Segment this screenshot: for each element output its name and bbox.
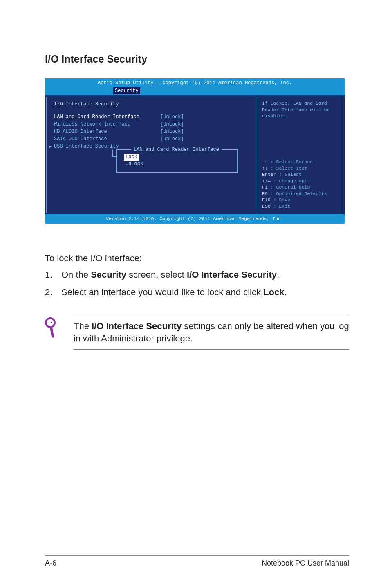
bios-popup: LAN and Card Reader Interface Lock UnLoc… [116,149,238,172]
page-number: A-6 [45,559,56,568]
bios-tab-row: Security [45,87,345,95]
intro-text: To lock the I/O interface: [45,252,349,265]
bios-row-value: [UnLock] [160,136,184,142]
bios-row-hd-audio[interactable]: HD AUDIO Interface [UnLock] [54,128,249,135]
manual-title: Notebook PC User Manual [262,559,349,568]
bios-screenshot: Aptio Setup Utility - Copyright (C) 2011… [45,78,345,224]
bios-row-wireless[interactable]: Wireless Network Interface [UnLock] [54,121,249,128]
popup-option-lock[interactable]: Lock [124,154,139,160]
bios-section-title: I/O Interface Security [54,101,249,108]
bios-row-label: HD AUDIO Interface [54,128,160,135]
bios-header: Aptio Setup Utility - Copyright (C) 2011… [45,78,345,87]
step-number: 2. [45,286,61,298]
bios-popup-title: LAN and Card Reader Interface [131,146,222,153]
step-number: 1. [45,269,61,281]
note-text: The I/O Interface Security settings can … [74,314,349,350]
page-title: I/O Interface Security [45,53,349,65]
magnifier-icon [45,314,61,339]
bios-row-sata-odd[interactable]: SATA ODD Interface [UnLock] [54,136,249,142]
note-box: The I/O Interface Security settings can … [45,314,349,350]
bios-row-label: Wireless Network Interface [54,121,160,128]
bios-help-description: If Locked, LAN and Card Reader Interface… [262,100,339,119]
bios-row-value: [UnLock] [160,128,184,135]
bios-help-panel: If Locked, LAN and Card Reader Interface… [258,97,343,213]
bios-main-panel: I/O Interface Security LAN and Card Read… [46,97,256,213]
bios-row-label: SATA ODD Interface [54,136,160,142]
bios-footer: Version 2.14.1219. Copyright (C) 2011 Am… [45,214,345,224]
bios-tab-security[interactable]: Security [113,87,140,94]
bios-row-label: LAN and Card Reader Interface [54,114,160,120]
step-1: 1. On the Security screen, select I/O In… [45,269,349,281]
bios-row-value: [UnLock] [160,114,184,120]
bios-row-value: [UnLock] [160,121,184,128]
popup-option-unlock[interactable]: UnLock [124,161,145,167]
page-footer: A-6 Notebook PC User Manual [45,555,349,568]
popup-connector-line [112,156,117,157]
bios-row-lan-card-reader[interactable]: LAN and Card Reader Interface [UnLock] [54,114,249,120]
step-2: 2. Select an interface you would like to… [45,286,349,298]
bios-help-keys: →← : Select Screen ↑↓ : Select Item Ente… [262,159,339,209]
